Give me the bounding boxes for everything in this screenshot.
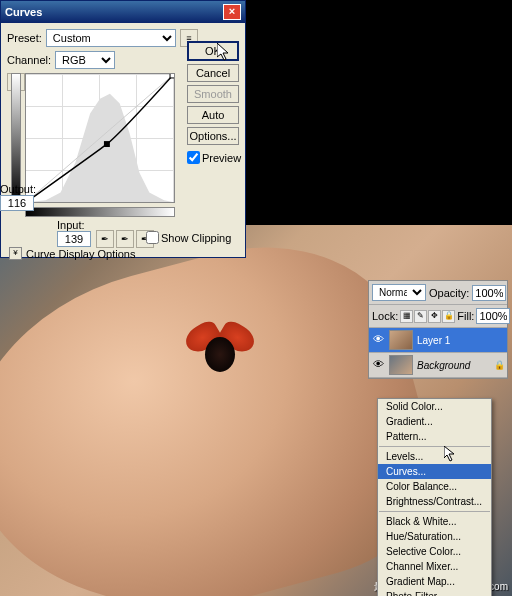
menu-item-photo-filter[interactable]: Photo Filter... — [378, 589, 491, 596]
menu-separator — [379, 446, 490, 447]
blend-mode-select[interactable]: Normal — [372, 284, 426, 301]
preset-label: Preset: — [7, 32, 42, 44]
dialog-title: Curves — [5, 6, 42, 18]
lock-pixels-icon[interactable]: ✎ — [414, 310, 427, 323]
menu-item-black-white[interactable]: Black & White... — [378, 514, 491, 529]
menu-item-pattern[interactable]: Pattern... — [378, 429, 491, 444]
lock-icon: 🔒 — [494, 360, 505, 370]
ok-button[interactable]: OK — [187, 41, 239, 61]
cancel-button[interactable]: Cancel — [187, 64, 239, 82]
ladybug — [190, 325, 250, 375]
menu-item-selective-color[interactable]: Selective Color... — [378, 544, 491, 559]
lock-transparent-icon[interactable]: ▦ — [400, 310, 413, 323]
layer-name[interactable]: Background — [417, 360, 470, 371]
channel-label: Channel: — [7, 54, 51, 66]
preview-label: Preview — [202, 152, 241, 164]
close-button[interactable]: × — [223, 4, 241, 20]
lock-label: Lock: — [372, 310, 398, 322]
adjustment-menu: Solid Color... Gradient... Pattern... Le… — [377, 398, 492, 596]
input-label: Input: — [57, 219, 91, 231]
fill-label: Fill: — [457, 310, 474, 322]
expand-options-icon[interactable]: ¥ — [9, 247, 22, 260]
curves-dialog: Curves × Preset: Custom ≡ Channel: RGB ∿… — [0, 0, 246, 258]
svg-rect-3 — [170, 74, 174, 78]
menu-item-brightness-contrast[interactable]: Brightness/Contrast... — [378, 494, 491, 509]
menu-item-levels[interactable]: Levels... — [378, 449, 491, 464]
menu-item-solid-color[interactable]: Solid Color... — [378, 399, 491, 414]
menu-item-gradient[interactable]: Gradient... — [378, 414, 491, 429]
menu-separator — [379, 511, 490, 512]
layer-row[interactable]: 👁 Background 🔒 — [369, 353, 507, 378]
layer-row[interactable]: 👁 Layer 1 — [369, 328, 507, 353]
auto-button[interactable]: Auto — [187, 106, 239, 124]
curve-line[interactable] — [26, 74, 174, 202]
svg-rect-1 — [104, 141, 110, 147]
smooth-button: Smooth — [187, 85, 239, 103]
visibility-icon[interactable]: 👁 — [371, 333, 385, 347]
options-button[interactable]: Options... — [187, 127, 239, 145]
titlebar[interactable]: Curves × — [1, 1, 245, 23]
svg-line-0 — [26, 74, 174, 202]
layer-thumbnail[interactable] — [389, 330, 413, 350]
menu-item-color-balance[interactable]: Color Balance... — [378, 479, 491, 494]
menu-item-curves[interactable]: Curves... — [378, 464, 491, 479]
menu-item-gradient-map[interactable]: Gradient Map... — [378, 574, 491, 589]
layer-thumbnail[interactable] — [389, 355, 413, 375]
menu-item-channel-mixer[interactable]: Channel Mixer... — [378, 559, 491, 574]
output-label: Output: — [0, 183, 36, 195]
lock-all-icon[interactable]: 🔒 — [442, 310, 455, 323]
preview-checkbox[interactable] — [187, 151, 200, 164]
preset-select[interactable]: Custom — [46, 29, 176, 47]
eyedropper-gray-icon[interactable]: ✒ — [116, 230, 134, 248]
input-field[interactable] — [57, 231, 91, 247]
eyedropper-black-icon[interactable]: ✒ — [96, 230, 114, 248]
input-gradient — [25, 207, 175, 217]
fill-field[interactable] — [476, 308, 510, 324]
cursor-icon — [444, 446, 456, 462]
visibility-icon[interactable]: 👁 — [371, 358, 385, 372]
layer-name[interactable]: Layer 1 — [417, 335, 450, 346]
curve-display-options-label: Curve Display Options — [26, 248, 135, 260]
output-field[interactable] — [0, 195, 34, 211]
opacity-field[interactable] — [472, 285, 506, 301]
opacity-label: Opacity: — [429, 287, 469, 299]
lock-position-icon[interactable]: ✥ — [428, 310, 441, 323]
channel-select[interactable]: RGB — [55, 51, 115, 69]
curves-graph[interactable] — [25, 73, 175, 203]
show-clipping-checkbox[interactable] — [146, 231, 159, 244]
show-clipping-label: Show Clipping — [161, 232, 231, 244]
menu-item-hue-saturation[interactable]: Hue/Saturation... — [378, 529, 491, 544]
layers-panel: Normal Opacity: Lock: ▦ ✎ ✥ 🔒 Fill: 👁 La… — [368, 280, 508, 379]
